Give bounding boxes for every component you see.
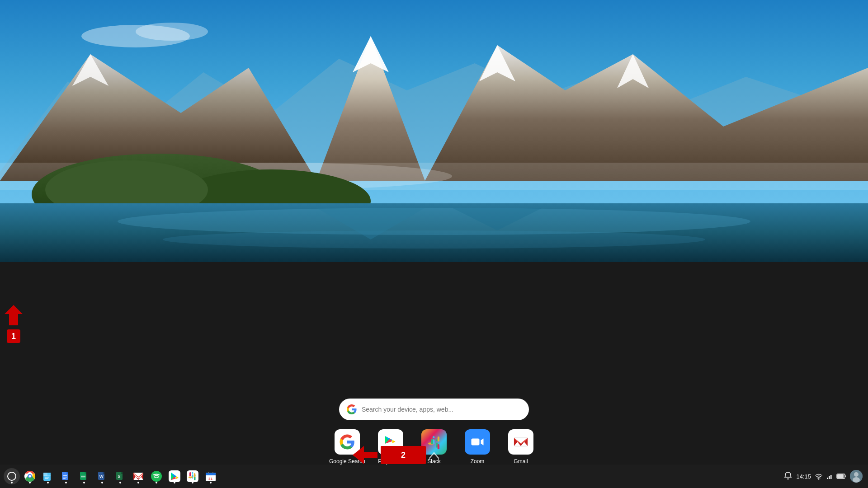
- taskbar-sheets[interactable]: [76, 468, 92, 484]
- taskbar: W X: [0, 465, 868, 488]
- svg-rect-30: [431, 439, 433, 444]
- svg-marker-94: [353, 446, 377, 464]
- signal-icon: [826, 473, 833, 479]
- svg-text:X: X: [118, 474, 121, 479]
- svg-rect-46: [43, 473, 47, 476]
- svg-rect-81: [208, 472, 209, 474]
- annotation-arrow-1: 1: [2, 303, 25, 343]
- taskbar-play-store[interactable]: [166, 468, 183, 484]
- user-avatar[interactable]: [850, 470, 863, 483]
- svg-point-10: [136, 23, 208, 41]
- svg-rect-71: [192, 472, 193, 474]
- zoom-icon: [465, 429, 490, 455]
- notification-icon[interactable]: [783, 471, 793, 482]
- search-bar[interactable]: [339, 399, 529, 420]
- chevron-up-button[interactable]: [428, 449, 440, 462]
- taskbar-spotify[interactable]: [148, 468, 165, 484]
- svg-text:31: 31: [208, 477, 212, 481]
- app-gmail[interactable]: Gmail: [503, 429, 539, 465]
- gmail-icon: [508, 429, 533, 455]
- taskbar-word[interactable]: W: [94, 468, 110, 484]
- taskbar-chrome[interactable]: [22, 468, 38, 484]
- gmail-label: Gmail: [514, 458, 528, 465]
- app-zoom[interactable]: Zoom: [459, 429, 495, 465]
- svg-rect-69: [189, 472, 191, 476]
- svg-point-91: [854, 472, 859, 477]
- svg-rect-89: [845, 475, 846, 477]
- svg-rect-88: [837, 474, 844, 478]
- svg-rect-76: [194, 473, 196, 477]
- svg-rect-79: [206, 474, 216, 475]
- svg-point-92: [853, 477, 860, 483]
- taskbar-gmail[interactable]: [130, 468, 146, 484]
- svg-point-66: [151, 471, 162, 482]
- wifi-icon: [815, 472, 823, 480]
- clock-display: 14:15: [796, 473, 811, 480]
- svg-rect-86: [830, 475, 832, 479]
- taskbar-launcher[interactable]: [4, 468, 20, 484]
- annotation-arrow-2: 2: [353, 444, 426, 466]
- svg-rect-82: [212, 472, 213, 474]
- taskbar-calendar[interactable]: 31: [203, 468, 219, 484]
- zoom-label: Zoom: [471, 458, 485, 465]
- svg-rect-32: [472, 439, 480, 446]
- annotation-2-label: 2: [401, 450, 406, 460]
- svg-rect-56: [83, 475, 83, 479]
- taskbar-apps: W X: [4, 468, 783, 484]
- svg-rect-85: [829, 476, 830, 479]
- svg-rect-50: [63, 477, 67, 478]
- search-input[interactable]: [362, 406, 522, 413]
- svg-point-44: [29, 475, 31, 478]
- taskbar-excel[interactable]: X: [112, 468, 128, 484]
- wallpaper: [0, 0, 868, 262]
- svg-rect-27: [438, 436, 439, 441]
- svg-marker-93: [5, 305, 23, 325]
- taskbar-files[interactable]: [40, 468, 56, 484]
- svg-point-40: [8, 472, 16, 480]
- svg-rect-29: [438, 444, 439, 449]
- svg-rect-75: [189, 477, 193, 479]
- svg-rect-84: [827, 478, 828, 479]
- taskbar-docs[interactable]: [58, 468, 74, 484]
- svg-rect-47: [47, 473, 51, 474]
- svg-text:W: W: [99, 474, 104, 479]
- taskbar-slack[interactable]: [184, 468, 201, 484]
- svg-rect-51: [63, 478, 66, 479]
- taskbar-status-area: 14:15: [783, 470, 863, 483]
- battery-icon: [836, 473, 846, 479]
- svg-rect-23: [433, 436, 434, 438]
- svg-point-83: [818, 479, 820, 480]
- svg-point-18: [163, 230, 705, 249]
- google-g-icon: [346, 404, 357, 415]
- svg-rect-49: [63, 475, 67, 476]
